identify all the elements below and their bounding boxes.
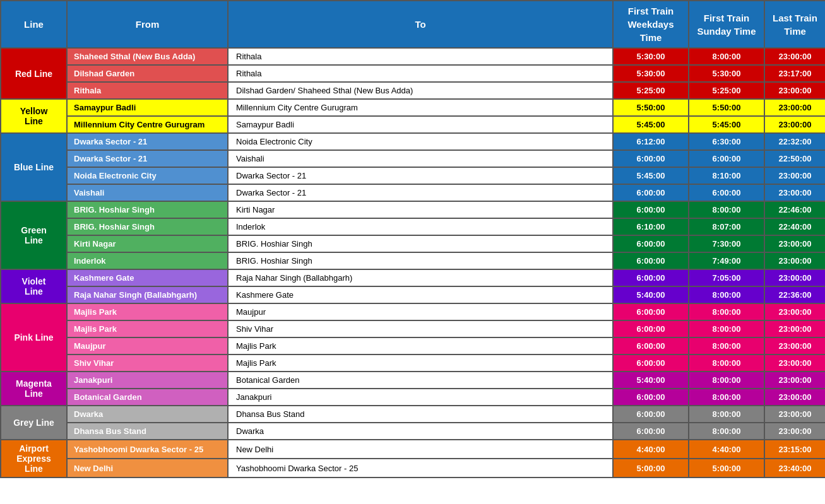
last-train-cell: 22:46:00 <box>764 201 825 218</box>
from-cell: New Delhi <box>67 459 228 478</box>
table-row: Airport Express LineYashobhoomi Dwarka S… <box>1 440 825 459</box>
last-train-cell: 22:36:00 <box>764 286 825 303</box>
last-train-cell: 23:00:00 <box>764 337 825 355</box>
first-train-sunday-cell: 8:00:00 <box>689 423 764 440</box>
first-train-sunday-cell: 8:00:00 <box>689 355 764 372</box>
first-train-sunday-cell: 6:00:00 <box>689 150 764 167</box>
from-cell: Yashobhoomi Dwarka Sector - 25 <box>67 440 228 459</box>
to-cell: Samaypur Badli <box>228 116 613 133</box>
first-train-sunday-cell: 8:00:00 <box>689 286 764 303</box>
first-train-weekday-cell: 6:12:00 <box>613 133 689 150</box>
last-train-cell: 23:00:00 <box>764 372 825 389</box>
last-train-cell: 23:00:00 <box>764 99 825 116</box>
last-train-cell: 23:00:00 <box>764 252 825 269</box>
last-train-cell: 22:40:00 <box>764 218 825 235</box>
line-cell: Yellow Line <box>1 99 67 133</box>
first-train-weekday-cell: 5:40:00 <box>613 286 689 303</box>
table-row: InderlokBRIG. Hoshiar Singh6:00:007:49:0… <box>1 252 825 269</box>
from-cell: Maujpur <box>67 337 228 355</box>
table-row: Pink LineMajlis ParkMaujpur6:00:008:00:0… <box>1 303 825 320</box>
last-train-cell: 23:00:00 <box>764 167 825 184</box>
last-train-cell: 23:00:00 <box>764 235 825 252</box>
first-train-weekday-cell: 5:30:00 <box>613 65 689 82</box>
last-train-cell: 23:00:00 <box>764 116 825 133</box>
first-train-sunday-cell: 8:00:00 <box>689 48 764 65</box>
line-cell: Blue Line <box>1 133 67 201</box>
line-cell: Airport Express Line <box>1 440 67 478</box>
first-train-weekday-cell: 6:00:00 <box>613 269 689 286</box>
table-row: Noida Electronic CityDwarka Sector - 215… <box>1 167 825 184</box>
last-train-cell: 23:00:00 <box>764 355 825 372</box>
table-row: Shiv ViharMajlis Park6:00:008:00:0023:00… <box>1 355 825 372</box>
to-cell: Inderlok <box>228 218 613 235</box>
first-train-sunday-cell: 7:05:00 <box>689 269 764 286</box>
first-train-sunday-cell: 8:00:00 <box>689 372 764 389</box>
first-train-sunday-cell: 5:25:00 <box>689 82 764 99</box>
from-cell: Dwarka Sector - 21 <box>67 133 228 150</box>
first-train-weekday-cell: 5:25:00 <box>613 82 689 99</box>
last-train-cell: 23:00:00 <box>764 406 825 423</box>
to-cell: Dhansa Bus Stand <box>228 406 613 423</box>
to-cell: Dwarka Sector - 21 <box>228 167 613 184</box>
table-row: MaujpurMajlis Park6:00:008:00:0023:00:00 <box>1 337 825 355</box>
metro-schedule-table: Line From To First TrainWeekdays Time Fi… <box>0 0 825 478</box>
to-cell: BRIG. Hoshiar Singh <box>228 235 613 252</box>
first-train-sunday-cell: 5:45:00 <box>689 116 764 133</box>
table-row: Dilshad GardenRithala5:30:005:30:0023:17… <box>1 65 825 82</box>
first-train-sunday-cell: 8:00:00 <box>689 201 764 218</box>
first-train-weekday-cell: 5:00:00 <box>613 459 689 478</box>
table-row: Yellow LineSamaypur BadliMillennium City… <box>1 99 825 116</box>
first-train-sunday-cell: 8:07:00 <box>689 218 764 235</box>
table-row: Blue LineDwarka Sector - 21Noida Electro… <box>1 133 825 150</box>
from-cell: Kirti Nagar <box>67 235 228 252</box>
col-header-to: To <box>228 1 613 48</box>
to-cell: Kirti Nagar <box>228 201 613 218</box>
first-train-weekday-cell: 6:00:00 <box>613 320 689 337</box>
from-cell: Rithala <box>67 82 228 99</box>
first-train-sunday-cell: 4:40:00 <box>689 440 764 459</box>
table-row: Magenta LineJanakpuriBotanical Garden5:4… <box>1 372 825 389</box>
first-train-weekday-cell: 6:00:00 <box>613 184 689 201</box>
to-cell: Botanical Garden <box>228 372 613 389</box>
table-row: Violet LineKashmere GateRaja Nahar Singh… <box>1 269 825 286</box>
first-train-sunday-cell: 8:00:00 <box>689 337 764 355</box>
first-train-sunday-cell: 8:00:00 <box>689 389 764 406</box>
table-row: Majlis ParkShiv Vihar6:00:008:00:0023:00… <box>1 320 825 337</box>
to-cell: Kashmere Gate <box>228 286 613 303</box>
col-header-from: From <box>67 1 228 48</box>
to-cell: Dilshad Garden/ Shaheed Sthal (New Bus A… <box>228 82 613 99</box>
from-cell: Millennium City Centre Gurugram <box>67 116 228 133</box>
last-train-cell: 23:00:00 <box>764 303 825 320</box>
line-cell: Red Line <box>1 48 67 99</box>
to-cell: Dwarka Sector - 21 <box>228 184 613 201</box>
first-train-weekday-cell: 6:00:00 <box>613 389 689 406</box>
to-cell: Maujpur <box>228 303 613 320</box>
last-train-cell: 23:00:00 <box>764 320 825 337</box>
table-row: Kirti NagarBRIG. Hoshiar Singh6:00:007:3… <box>1 235 825 252</box>
last-train-cell: 22:50:00 <box>764 150 825 167</box>
last-train-cell: 23:00:00 <box>764 423 825 440</box>
first-train-weekday-cell: 6:10:00 <box>613 218 689 235</box>
first-train-sunday-cell: 8:00:00 <box>689 303 764 320</box>
last-train-cell: 23:40:00 <box>764 459 825 478</box>
line-cell: Magenta Line <box>1 372 67 406</box>
line-cell: Pink Line <box>1 303 67 372</box>
from-cell: Shiv Vihar <box>67 355 228 372</box>
first-train-weekday-cell: 6:00:00 <box>613 337 689 355</box>
first-train-sunday-cell: 8:00:00 <box>689 320 764 337</box>
line-cell: Violet Line <box>1 269 67 303</box>
table-row: Dwarka Sector - 21Vaishali6:00:006:00:00… <box>1 150 825 167</box>
first-train-weekday-cell: 5:30:00 <box>613 48 689 65</box>
last-train-cell: 23:00:00 <box>764 48 825 65</box>
from-cell: Raja Nahar Singh (Ballabhgarh) <box>67 286 228 303</box>
to-cell: Noida Electronic City <box>228 133 613 150</box>
to-cell: Vaishali <box>228 150 613 167</box>
col-header-lt: Last TrainTime <box>764 1 825 48</box>
from-cell: Majlis Park <box>67 303 228 320</box>
first-train-weekday-cell: 5:40:00 <box>613 372 689 389</box>
last-train-cell: 23:00:00 <box>764 184 825 201</box>
to-cell: Millennium City Centre Gurugram <box>228 99 613 116</box>
first-train-weekday-cell: 6:00:00 <box>613 235 689 252</box>
from-cell: Noida Electronic City <box>67 167 228 184</box>
first-train-weekday-cell: 6:00:00 <box>613 423 689 440</box>
